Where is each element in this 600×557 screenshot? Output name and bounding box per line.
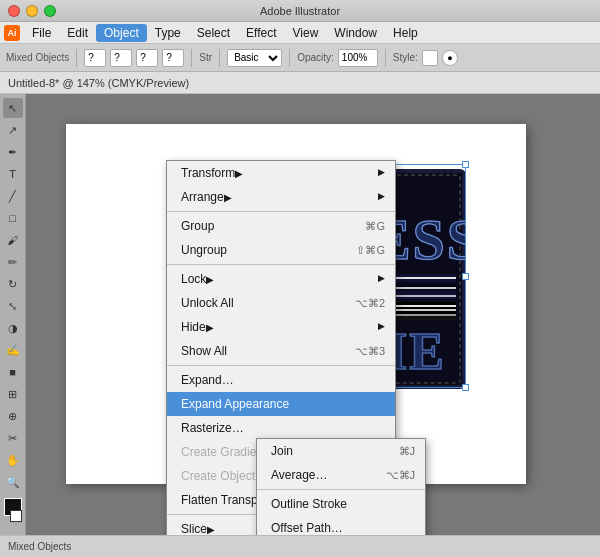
mixed-objects-label: Mixed Objects xyxy=(6,52,69,63)
tool-mesh[interactable]: ⊞ xyxy=(3,384,23,404)
tool-paintbrush[interactable]: 🖌 xyxy=(3,230,23,250)
path-submenu[interactable]: Join ⌘J Average… ⌥⌘J Outline Stroke Offs… xyxy=(256,438,426,535)
toolbar-separator-5 xyxy=(385,49,386,67)
tool-blend[interactable]: ◑ xyxy=(3,318,23,338)
window-controls xyxy=(8,5,56,17)
menu-unlock-all[interactable]: Unlock All ⌥⌘2 xyxy=(167,291,395,315)
menu-type[interactable]: Type xyxy=(147,24,189,42)
menu-help[interactable]: Help xyxy=(385,24,426,42)
app-icon: Ai xyxy=(4,25,20,41)
tool-line[interactable]: ╱ xyxy=(3,186,23,206)
window-title: Adobe Illustrator xyxy=(260,5,340,17)
menu-window[interactable]: Window xyxy=(326,24,385,42)
menu-effect[interactable]: Effect xyxy=(238,24,284,42)
menu-expand-appearance[interactable]: Expand Appearance xyxy=(167,392,395,416)
tool-shape-build[interactable]: ⊕ xyxy=(3,406,23,426)
toolbar-separator-3 xyxy=(219,49,220,67)
toolbar: Mixed Objects Str Basic Opacity: Style: … xyxy=(0,44,600,72)
path-average[interactable]: Average… ⌥⌘J xyxy=(257,463,425,487)
style-label: Style: xyxy=(393,52,418,63)
color-stroke-swatch[interactable] xyxy=(10,510,22,522)
tool-scale[interactable]: ⤡ xyxy=(3,296,23,316)
tool-rect[interactable]: □ xyxy=(3,208,23,228)
stroke-label: Str xyxy=(199,52,212,63)
path-offset[interactable]: Offset Path… xyxy=(257,516,425,535)
canvas-area: ERPRESS ERPRESS ERPRESS WESOME WESOME xyxy=(26,94,600,535)
toolbar-separator-1 xyxy=(76,49,77,67)
menu-group[interactable]: Group ⌘G xyxy=(167,214,395,238)
menu-rasterize[interactable]: Rasterize… xyxy=(167,416,395,440)
style-select[interactable]: Basic xyxy=(227,49,282,67)
menu-arrange[interactable]: Arrange ▶ xyxy=(167,185,395,209)
transform-y-input[interactable] xyxy=(110,49,132,67)
maximize-button[interactable] xyxy=(44,5,56,17)
opacity-label: Opacity: xyxy=(297,52,334,63)
path-outline-stroke[interactable]: Outline Stroke xyxy=(257,492,425,516)
transform-w-input[interactable] xyxy=(136,49,158,67)
menu-object[interactable]: Object xyxy=(96,24,147,42)
transform-x-input[interactable] xyxy=(84,49,106,67)
opacity-input[interactable] xyxy=(338,49,378,67)
path-join[interactable]: Join ⌘J xyxy=(257,439,425,463)
toolbar-separator-4 xyxy=(289,49,290,67)
tool-zoom[interactable]: 🔍 xyxy=(3,472,23,492)
menu-edit[interactable]: Edit xyxy=(59,24,96,42)
tool-scissors[interactable]: ✂ xyxy=(3,428,23,448)
sep-1 xyxy=(167,211,395,212)
opacity-circle-btn[interactable]: ● xyxy=(442,50,458,66)
menu-select[interactable]: Select xyxy=(189,24,238,42)
status-text: Mixed Objects xyxy=(8,541,71,552)
tool-rotate[interactable]: ↻ xyxy=(3,274,23,294)
close-button[interactable] xyxy=(8,5,20,17)
tool-select[interactable]: ↖ xyxy=(3,98,23,118)
tool-eyedrop[interactable]: ✍ xyxy=(3,340,23,360)
menu-ungroup[interactable]: Ungroup ⇧⌘G xyxy=(167,238,395,262)
left-toolbar: ↖ ↗ ✒ T ╱ □ 🖌 ✏ ↻ ⤡ ◑ ✍ ■ ⊞ ⊕ ✂ ✋ 🔍 xyxy=(0,94,26,535)
sep-3 xyxy=(167,365,395,366)
toolbar-separator-2 xyxy=(191,49,192,67)
menu-show-all[interactable]: Show All ⌥⌘3 xyxy=(167,339,395,363)
menu-transform[interactable]: Transform ▶ xyxy=(167,161,395,185)
tool-gradient[interactable]: ■ xyxy=(3,362,23,382)
tool-direct-select[interactable]: ↗ xyxy=(3,120,23,140)
document-title: Untitled-8* @ 147% (CMYK/Preview) xyxy=(8,77,189,89)
tool-type[interactable]: T xyxy=(3,164,23,184)
tool-pen[interactable]: ✒ xyxy=(3,142,23,162)
tool-hand[interactable]: ✋ xyxy=(3,450,23,470)
menu-bar: Ai File Edit Object Type Select Effect V… xyxy=(0,22,600,44)
style-swatch[interactable] xyxy=(422,50,438,66)
bottom-bar: Mixed Objects xyxy=(0,535,600,557)
main-area: ↖ ↗ ✒ T ╱ □ 🖌 ✏ ↻ ⤡ ◑ ✍ ■ ⊞ ⊕ ✂ ✋ 🔍 ER xyxy=(0,94,600,535)
document-bar: Untitled-8* @ 147% (CMYK/Preview) xyxy=(0,72,600,94)
menu-expand[interactable]: Expand… xyxy=(167,368,395,392)
menu-file[interactable]: File xyxy=(24,24,59,42)
menu-hide[interactable]: Hide ▶ xyxy=(167,315,395,339)
tool-pencil[interactable]: ✏ xyxy=(3,252,23,272)
menu-lock[interactable]: Lock ▶ xyxy=(167,267,395,291)
menu-view[interactable]: View xyxy=(285,24,327,42)
path-sep-1 xyxy=(257,489,425,490)
title-bar: Adobe Illustrator xyxy=(0,0,600,22)
sep-2 xyxy=(167,264,395,265)
minimize-button[interactable] xyxy=(26,5,38,17)
transform-h-input[interactable] xyxy=(162,49,184,67)
